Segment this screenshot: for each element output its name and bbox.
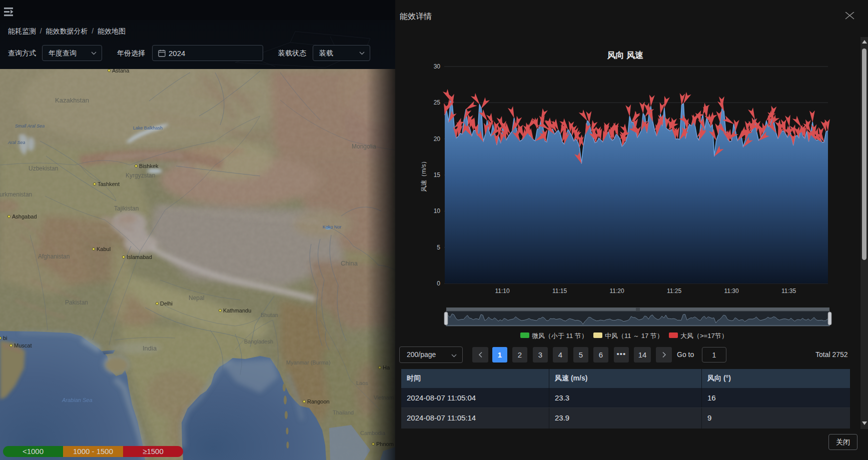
svg-text:Bangladesh: Bangladesh (244, 338, 273, 344)
svg-text:10: 10 (434, 208, 441, 214)
svg-text:Small Aral Sea: Small Aral Sea (15, 124, 45, 128)
svg-text:5: 5 (437, 244, 440, 251)
svg-text:Delhi: Delhi (160, 300, 173, 306)
svg-text:India: India (143, 344, 157, 352)
svg-text:China: China (341, 260, 358, 267)
svg-text:Koko Nor: Koko Nor (323, 224, 342, 230)
svg-text:Tajikistan: Tajikistan (114, 205, 139, 212)
svg-text:20: 20 (434, 136, 441, 142)
svg-text:bi: bi (3, 335, 8, 341)
svg-text:11:10: 11:10 (495, 288, 509, 294)
svg-text:Astana: Astana (112, 69, 130, 74)
svg-text:11:20: 11:20 (609, 288, 624, 294)
svg-text:Aral Sea: Aral Sea (8, 140, 26, 145)
svg-text:Islamabad: Islamabad (127, 254, 152, 260)
svg-text:11:15: 11:15 (552, 288, 567, 294)
svg-text:Kazakhstan: Kazakhstan (55, 96, 89, 104)
svg-text:Ashgabad: Ashgabad (12, 214, 37, 220)
svg-text:Bishkek: Bishkek (139, 163, 159, 169)
svg-text:Muscat: Muscat (14, 342, 32, 348)
svg-text:Kyrgyzstan: Kyrgyzstan (126, 172, 155, 179)
svg-text:Bhutan: Bhutan (261, 312, 278, 318)
svg-text:Turkmenistan: Turkmenistan (0, 191, 32, 198)
svg-text:Uzbekistan: Uzbekistan (29, 165, 58, 172)
svg-text:Arabian Sea: Arabian Sea (62, 397, 93, 403)
svg-text:11:25: 11:25 (667, 288, 681, 294)
svg-text:Kabul: Kabul (97, 246, 111, 252)
svg-text:Rangoon: Rangoon (307, 398, 330, 404)
svg-text:11:35: 11:35 (781, 288, 796, 294)
svg-text:风速（m/s）: 风速（m/s） (420, 158, 427, 192)
svg-text:11:30: 11:30 (724, 288, 738, 294)
svg-text:30: 30 (434, 63, 441, 70)
svg-text:15: 15 (434, 172, 441, 178)
svg-text:Myanmar (Burma): Myanmar (Burma) (286, 360, 331, 366)
svg-text:Lake Balkhash: Lake Balkhash (133, 126, 163, 130)
svg-text:Afghanistan: Afghanistan (38, 253, 70, 260)
svg-text:Nepal: Nepal (189, 294, 204, 302)
svg-text:Thailand: Thailand (333, 410, 354, 416)
svg-text:25: 25 (434, 99, 441, 106)
svg-text:Tashkent: Tashkent (98, 181, 120, 187)
svg-text:Kathmandu: Kathmandu (223, 308, 251, 314)
svg-text:Pakistan: Pakistan (65, 299, 88, 306)
svg-text:0: 0 (437, 280, 440, 287)
